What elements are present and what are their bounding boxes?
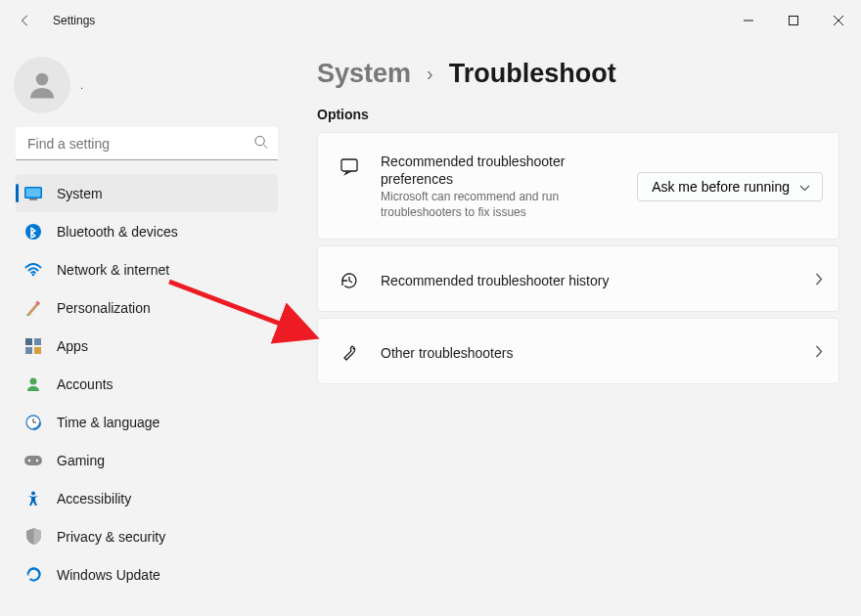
brush-icon — [23, 298, 43, 318]
sidebar-item-label: Bluetooth & devices — [57, 224, 178, 240]
sidebar: . System Bluetooth & devices — [0, 41, 290, 616]
window-title: Settings — [53, 14, 95, 27]
chevron-right-icon: › — [427, 63, 433, 85]
svg-point-27 — [353, 347, 355, 349]
sidebar-item-bluetooth[interactable]: Bluetooth & devices — [16, 212, 278, 250]
breadcrumb: System › Troubleshoot — [317, 59, 839, 89]
wifi-icon — [23, 260, 43, 280]
close-button[interactable] — [816, 0, 861, 41]
sidebar-item-label: Time & language — [57, 415, 159, 430]
avatar — [14, 57, 70, 113]
svg-rect-22 — [24, 456, 42, 465]
wrench-icon — [338, 343, 361, 363]
window-controls — [726, 0, 861, 41]
svg-point-17 — [30, 377, 37, 384]
history-icon — [338, 271, 361, 290]
card-title: Recommended troubleshooter preferences — [381, 153, 576, 188]
sidebar-item-time[interactable]: Time & language — [16, 403, 278, 441]
svg-rect-26 — [341, 159, 357, 171]
bluetooth-icon — [23, 222, 43, 242]
update-icon — [23, 565, 43, 585]
chevron-right-icon — [815, 272, 823, 289]
sidebar-item-accessibility[interactable]: Accessibility — [16, 479, 278, 517]
user-name: . — [80, 79, 83, 91]
page-title: Troubleshoot — [449, 59, 616, 89]
svg-point-11 — [32, 273, 35, 276]
shield-icon — [23, 527, 43, 547]
message-icon — [338, 156, 361, 176]
svg-rect-9 — [29, 198, 37, 200]
svg-point-5 — [255, 136, 264, 145]
search-icon — [253, 135, 268, 154]
svg-rect-14 — [34, 338, 41, 345]
card-troubleshooter-history[interactable]: Recommended troubleshooter history — [317, 245, 839, 312]
svg-point-23 — [28, 459, 30, 461]
nav-list: System Bluetooth & devices Network & int… — [16, 174, 278, 594]
accessibility-icon — [23, 489, 43, 508]
sidebar-item-system[interactable]: System — [16, 174, 278, 212]
sidebar-item-label: Accessibility — [57, 491, 131, 506]
apps-icon — [23, 336, 43, 356]
gaming-icon — [23, 451, 43, 470]
sidebar-item-apps[interactable]: Apps — [16, 327, 278, 365]
dropdown-value: Ask me before running — [652, 179, 790, 195]
breadcrumb-parent[interactable]: System — [317, 59, 411, 89]
card-title: Other troubleshooters — [381, 345, 795, 361]
svg-rect-15 — [25, 347, 32, 354]
clock-icon — [23, 413, 43, 432]
sidebar-item-network[interactable]: Network & internet — [16, 250, 278, 288]
minimize-button[interactable] — [726, 0, 771, 41]
chevron-down-icon — [799, 179, 810, 195]
titlebar: Settings — [0, 0, 861, 41]
svg-rect-16 — [34, 347, 41, 354]
user-profile[interactable]: . — [14, 57, 278, 113]
svg-rect-1 — [790, 17, 798, 25]
section-label: Options — [317, 107, 839, 122]
sidebar-item-label: Privacy & security — [57, 529, 165, 545]
maximize-button[interactable] — [771, 0, 816, 41]
sidebar-item-label: Accounts — [57, 376, 113, 392]
preferences-dropdown[interactable]: Ask me before running — [637, 172, 823, 201]
search-box[interactable] — [16, 127, 278, 160]
search-input[interactable] — [16, 127, 278, 160]
sidebar-item-accounts[interactable]: Accounts — [16, 365, 278, 403]
svg-point-25 — [31, 491, 35, 495]
card-troubleshooter-preferences: Recommended troubleshooter preferences M… — [317, 132, 839, 240]
sidebar-item-label: Windows Update — [57, 567, 160, 583]
sidebar-item-update[interactable]: Windows Update — [16, 555, 278, 594]
accounts-icon — [23, 374, 43, 394]
svg-rect-13 — [25, 338, 32, 345]
sidebar-item-label: Network & internet — [57, 262, 169, 278]
chevron-right-icon — [815, 344, 823, 362]
sidebar-item-personalization[interactable]: Personalization — [16, 288, 278, 327]
card-title: Recommended troubleshooter history — [381, 273, 795, 288]
sidebar-item-privacy[interactable]: Privacy & security — [16, 517, 278, 555]
sidebar-item-label: Personalization — [57, 300, 151, 316]
sidebar-item-label: System — [57, 186, 103, 201]
back-button[interactable] — [14, 9, 37, 32]
svg-point-24 — [36, 459, 38, 461]
sidebar-item-label: Gaming — [57, 453, 105, 468]
sidebar-item-label: Apps — [57, 338, 88, 354]
main-content: System › Troubleshoot Options Recommende… — [290, 41, 861, 616]
sidebar-item-gaming[interactable]: Gaming — [16, 441, 278, 479]
card-other-troubleshooters[interactable]: Other troubleshooters — [317, 318, 839, 384]
svg-rect-8 — [26, 188, 41, 197]
svg-line-6 — [263, 145, 267, 149]
svg-point-4 — [36, 73, 49, 86]
card-description: Microsoft can recommend and run troubles… — [381, 190, 596, 220]
system-icon — [23, 184, 43, 203]
